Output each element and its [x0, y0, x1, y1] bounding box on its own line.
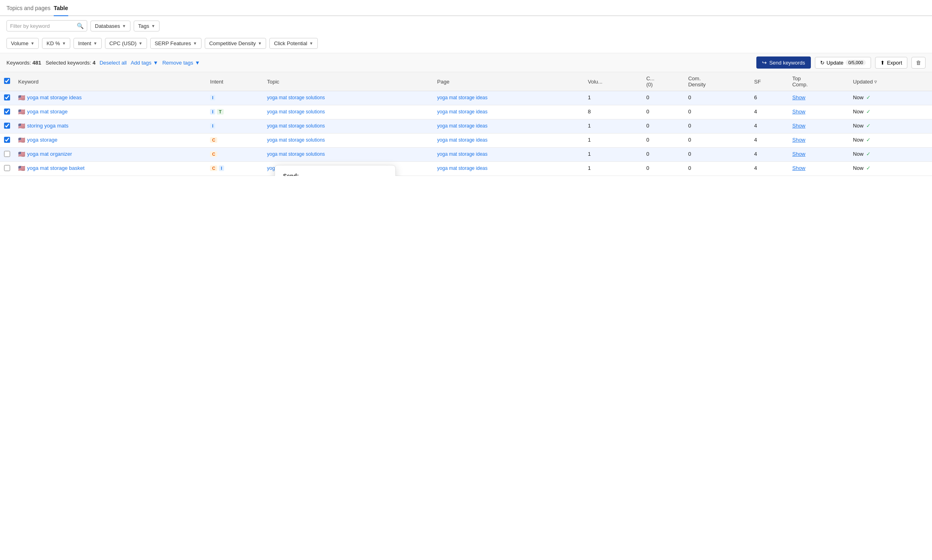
row-top-comp: Show [788, 162, 849, 176]
intent-badge: C [210, 137, 217, 143]
topic-link[interactable]: yoga mat storage solutions [267, 95, 325, 100]
header-c: C...(0) [642, 72, 684, 91]
row-page: yoga mat storage ideas [433, 134, 584, 148]
keyword-link[interactable]: yoga mat storage basket [27, 165, 84, 171]
topic-link[interactable]: yoga mat storage solutions [267, 123, 325, 129]
row-updated: Now ✓ [849, 119, 932, 134]
row-checkbox[interactable] [4, 137, 10, 143]
chevron-down-icon: ▼ [93, 41, 97, 46]
show-top-comp-link[interactable]: Show [792, 94, 806, 100]
check-icon: ✓ [866, 94, 871, 100]
remove-tags-button[interactable]: Remove tags ▼ [162, 60, 200, 66]
row-top-comp: Show [788, 119, 849, 134]
chevron-down-icon: ▼ [151, 24, 155, 28]
header-checkbox-cell [0, 72, 14, 91]
show-top-comp-link[interactable]: Show [792, 151, 806, 157]
filter-input-wrap[interactable]: 🔍 [6, 20, 87, 31]
kd-filter[interactable]: KD % ▼ [42, 38, 70, 49]
show-top-comp-link[interactable]: Show [792, 165, 806, 171]
flag-icon: 🇺🇸 [18, 165, 25, 171]
topic-link[interactable]: yoga mat storage solutions [267, 109, 325, 115]
row-c: 0 [642, 148, 684, 162]
row-c: 0 [642, 105, 684, 119]
row-checkbox-cell [0, 134, 14, 148]
keyword-link[interactable]: yoga mat organizer [27, 151, 72, 157]
flag-icon: 🇺🇸 [18, 123, 25, 129]
page-link[interactable]: yoga mat storage ideas [437, 165, 488, 171]
table-row: 🇺🇸storing yoga matsI yoga mat storage so… [0, 119, 932, 134]
filter-keyword-input[interactable] [10, 23, 74, 29]
deselect-all-button[interactable]: Deselect all [99, 60, 126, 66]
intent-badge: I [210, 109, 215, 115]
databases-dropdown[interactable]: Databases ▼ [90, 21, 130, 31]
nav-table[interactable]: Table [54, 5, 68, 16]
intent-badge: I [219, 165, 224, 171]
add-tags-button[interactable]: Add tags ▼ [131, 60, 158, 66]
row-updated: Now ✓ [849, 148, 932, 162]
row-keyword: 🇺🇸yoga mat storage basket [14, 162, 206, 176]
show-top-comp-link[interactable]: Show [792, 109, 806, 115]
check-icon: ✓ [866, 123, 871, 129]
keyword-link[interactable]: yoga storage [27, 137, 57, 143]
comp-density-filter[interactable]: Competitive Density ▼ [205, 38, 267, 49]
intent-badge: I [210, 123, 215, 129]
header-keyword: Keyword [14, 72, 206, 91]
serp-filter[interactable]: SERP Features ▼ [150, 38, 202, 49]
row-intent: I [206, 119, 263, 134]
send-keywords-button[interactable]: ↪ Send keywords [756, 56, 811, 69]
row-checkbox[interactable] [4, 109, 10, 115]
page-link[interactable]: yoga mat storage ideas [437, 123, 488, 129]
table-row: 🇺🇸yoga mat storage ideasI yoga mat stora… [0, 91, 932, 105]
flag-icon: 🇺🇸 [18, 109, 25, 115]
click-potential-filter[interactable]: Click Potential ▼ [269, 38, 317, 49]
row-top-comp: Show [788, 91, 849, 105]
header-page: Page [433, 72, 584, 91]
delete-button[interactable]: 🗑 [911, 57, 926, 69]
tags-dropdown[interactable]: Tags ▼ [134, 21, 160, 31]
row-checkbox[interactable] [4, 151, 10, 157]
header-intent: Intent [206, 72, 263, 91]
chevron-down-icon: ▼ [258, 41, 262, 46]
row-checkbox[interactable] [4, 94, 10, 100]
nav-topics-pages[interactable]: Topics and pages [6, 5, 50, 15]
row-c: 0 [642, 134, 684, 148]
check-icon: ✓ [866, 151, 871, 157]
row-checkbox[interactable] [4, 123, 10, 129]
select-all-checkbox[interactable] [4, 78, 10, 84]
table-row: 🇺🇸yoga mat storage basketC I yoga mat st… [0, 162, 932, 176]
row-topic: yoga mat storage solutions [263, 91, 433, 105]
search-button[interactable]: 🔍 [77, 23, 84, 29]
toolbar-row: 🔍 Databases ▼ Tags ▼ [0, 16, 932, 36]
row-checkbox-cell [0, 148, 14, 162]
keyword-link[interactable]: storing yoga mats [27, 123, 69, 129]
row-top-comp: Show [788, 134, 849, 148]
row-volume: 1 [584, 148, 642, 162]
chevron-down-icon: ▼ [139, 41, 143, 46]
page-link[interactable]: yoga mat storage ideas [437, 137, 488, 143]
row-c: 0 [642, 119, 684, 134]
row-checkbox[interactable] [4, 165, 10, 171]
export-icon: ⬆ [880, 60, 885, 66]
row-keyword: 🇺🇸yoga mat storage [14, 105, 206, 119]
cpc-filter[interactable]: CPC (USD) ▼ [105, 38, 147, 49]
intent-filter[interactable]: Intent ▼ [73, 38, 101, 49]
page-link[interactable]: yoga mat storage ideas [437, 95, 488, 100]
topic-link[interactable]: yoga mat storage solutions [267, 151, 325, 157]
popup-card: Send: All keywords (481) Only selected (… [275, 165, 396, 176]
table-row: 🇺🇸yoga mat organizerC yoga mat storage s… [0, 148, 932, 162]
send-icon: ↪ [762, 59, 767, 66]
show-top-comp-link[interactable]: Show [792, 137, 806, 143]
topic-link[interactable]: yoga mat storage solutions [267, 137, 325, 143]
row-intent: C [206, 148, 263, 162]
chevron-down-icon: ▼ [122, 24, 126, 28]
page-link[interactable]: yoga mat storage ideas [437, 109, 488, 115]
refresh-icon: ↻ [820, 60, 825, 66]
keyword-link[interactable]: yoga mat storage ideas [27, 94, 82, 100]
row-updated: Now ✓ [849, 91, 932, 105]
keyword-link[interactable]: yoga mat storage [27, 109, 67, 115]
show-top-comp-link[interactable]: Show [792, 123, 806, 129]
update-button[interactable]: ↻ Update 0/5,000 [815, 57, 871, 69]
export-button[interactable]: ⬆ Export [875, 57, 907, 69]
volume-filter[interactable]: Volume ▼ [6, 38, 39, 49]
page-link[interactable]: yoga mat storage ideas [437, 151, 488, 157]
